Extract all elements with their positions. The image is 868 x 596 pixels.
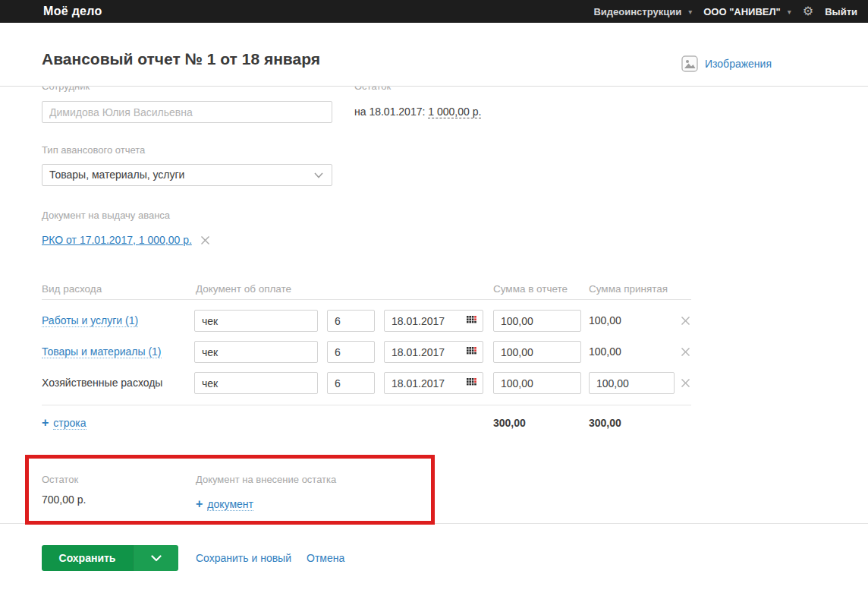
amount-accepted-value: 100,00 — [589, 341, 621, 363]
chevron-down-icon — [151, 555, 162, 562]
footer-divider — [0, 523, 868, 524]
topbar-right: Видеоинструкции ▾ ООО "АНИВЕЛ" ▾ ⚙ Выйти — [593, 0, 857, 23]
remove-advance-doc-icon[interactable] — [200, 235, 210, 245]
add-row-button[interactable]: + строка — [42, 416, 86, 430]
col-header-payment-doc: Документ об оплате — [196, 283, 291, 295]
amount-report-input[interactable] — [493, 310, 581, 332]
date-field — [384, 310, 483, 332]
report-type-label: Тип авансового отчета — [42, 144, 145, 156]
amount-accepted-value: 100,00 — [589, 310, 621, 332]
page-title: Авансовый отчет № 1 от 18 января — [42, 50, 320, 68]
remainder-doc-label: Документ на внесение остатка — [196, 474, 336, 485]
report-type-select[interactable]: Товары, материалы, услуги — [42, 164, 332, 186]
employee-field[interactable] — [42, 101, 332, 123]
page-header: Авансовый отчет № 1 от 18 января Изображ… — [0, 23, 868, 87]
add-document-label: документ — [207, 498, 253, 511]
col-header-amount-accepted: Сумма принятая — [589, 283, 668, 295]
save-button[interactable]: Сохранить — [42, 545, 133, 571]
calendar-icon[interactable] — [467, 347, 477, 356]
total-amount-report: 300,00 — [493, 417, 526, 429]
delete-row-icon[interactable] — [681, 378, 690, 388]
topbar: Моё дело Видеоинструкции ▾ ООО "АНИВЕЛ" … — [0, 0, 868, 23]
moe-delo-logo[interactable]: Моё дело — [43, 0, 102, 23]
table-row: Работы и услуги (1) 100,00 — [0, 310, 868, 332]
doc-number-input[interactable] — [327, 310, 375, 332]
save-options-button[interactable] — [133, 545, 178, 571]
balance-line: на 18.01.2017: 1 000,00 р. — [354, 106, 481, 118]
cancel-link[interactable]: Отмена — [307, 552, 344, 564]
payment-doc-input[interactable] — [194, 341, 318, 363]
gear-icon[interactable]: ⚙ — [803, 0, 813, 23]
col-header-kind: Вид расхода — [42, 283, 102, 295]
delete-row-icon[interactable] — [681, 316, 690, 326]
advance-report-page: Моё дело Видеоинструкции ▾ ООО "АНИВЕЛ" … — [0, 0, 868, 596]
save-and-new-link[interactable]: Сохранить и новый — [196, 552, 291, 564]
doc-number-input[interactable] — [327, 372, 375, 394]
images-link[interactable]: Изображения — [681, 55, 772, 72]
remainder-value: 700,00 р. — [42, 494, 86, 506]
add-document-button[interactable]: + документ — [196, 497, 253, 511]
image-icon — [681, 55, 698, 72]
chevron-down-icon[interactable]: ▾ — [688, 8, 692, 16]
payment-doc-input[interactable] — [194, 310, 318, 332]
table-bottom-divider — [42, 405, 691, 405]
total-amount-accepted: 300,00 — [589, 417, 621, 429]
report-type-value: Товары, материалы, услуги — [49, 169, 184, 181]
table-row: Хозяйственные расходы — [0, 372, 868, 394]
logout-button[interactable]: Выйти — [825, 6, 857, 17]
table-header-divider — [42, 299, 691, 300]
doc-number-input[interactable] — [327, 341, 375, 363]
chevron-down-icon — [314, 172, 323, 178]
calendar-icon[interactable] — [467, 378, 477, 387]
chevron-down-icon[interactable]: ▾ — [788, 8, 791, 16]
advance-doc-link[interactable]: РКО от 17.01.2017, 1 000,00 р. — [42, 234, 192, 246]
payment-doc-input[interactable] — [194, 372, 318, 394]
expense-kind-text: Хозяйственные расходы — [42, 372, 162, 394]
advance-doc-row: РКО от 17.01.2017, 1 000,00 р. — [42, 234, 210, 246]
balance-date-text: на 18.01.2017: — [354, 106, 425, 118]
calendar-icon[interactable] — [467, 316, 477, 325]
col-header-amount-report: Сумма в отчете — [493, 283, 568, 295]
images-link-label: Изображения — [705, 58, 772, 70]
company-menu[interactable]: ООО "АНИВЕЛ" — [703, 6, 781, 17]
expense-kind-link[interactable]: Товары и материалы (1) — [42, 345, 162, 358]
remainder-label: Остаток — [42, 474, 78, 485]
advance-doc-label: Документ на выдачу аванса — [42, 210, 170, 221]
annotation-highlight-box — [25, 455, 435, 525]
delete-row-icon[interactable] — [681, 347, 690, 357]
amount-accepted-input[interactable] — [589, 372, 675, 394]
date-field — [384, 372, 483, 394]
video-instructions-menu[interactable]: Видеоинструкции — [593, 6, 681, 17]
table-row: Товары и материалы (1) 100,00 — [0, 341, 868, 363]
amount-report-input[interactable] — [493, 341, 581, 363]
plus-icon: + — [42, 416, 49, 430]
expense-kind-link[interactable]: Работы и услуги (1) — [42, 314, 138, 327]
date-field — [384, 341, 483, 363]
add-row-label: строка — [53, 417, 86, 430]
plus-icon: + — [196, 497, 203, 511]
amount-report-input[interactable] — [493, 372, 581, 394]
balance-amount-link[interactable]: 1 000,00 р. — [428, 106, 481, 118]
